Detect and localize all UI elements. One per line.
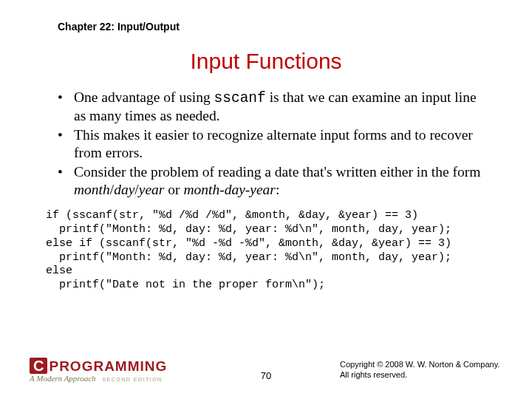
text-run: A Modern Approach [30, 374, 96, 383]
bullet-item: • One advantage of using sscanf is that … [58, 89, 488, 126]
copyright: Copyright © 2008 W. W. Norton & Company.… [340, 360, 502, 381]
italic-run: day [225, 182, 245, 197]
bullet-dot: • [58, 89, 74, 126]
code-line: else [46, 265, 72, 277]
italic-run: year [139, 182, 165, 197]
text-run: One advantage of using [74, 89, 214, 105]
logo-c-badge: C [30, 358, 47, 374]
bullet-text: This makes it easier to recognize altern… [74, 126, 488, 163]
footer: C PROGRAMMING A Modern Approach SECOND E… [30, 358, 502, 383]
logo-subtitle: A Modern Approach SECOND EDITION [30, 375, 167, 383]
italic-run: year [250, 182, 276, 197]
bullet-item: • Consider the problem of reading a date… [58, 163, 488, 200]
bullet-item: • This makes it easier to recognize alte… [58, 126, 488, 163]
bullet-text: Consider the problem of reading a date t… [74, 163, 488, 200]
slide: Chapter 22: Input/Output Input Functions… [0, 0, 532, 399]
code-line: printf("Month: %d, day: %d, year: %d\n",… [46, 251, 451, 264]
copyright-line: All rights reserved. [340, 370, 502, 381]
text-run: or [164, 182, 183, 197]
logo-top: C PROGRAMMING [30, 358, 167, 374]
text-run: Consider the problem of reading a date t… [74, 164, 480, 180]
text-run: : [276, 182, 279, 197]
copyright-line: Copyright © 2008 W. W. Norton & Company. [340, 360, 502, 370]
code-line: if (sscanf(str, "%d /%d /%d", &month, &d… [46, 209, 418, 222]
logo-word: PROGRAMMING [49, 359, 167, 373]
code-line: printf("Date not in the proper form\n"); [46, 279, 325, 291]
logo-edition: SECOND EDITION [102, 377, 162, 382]
page-number: 70 [261, 370, 271, 381]
code-line: printf("Month: %d, day: %d, year: %d\n",… [46, 223, 451, 236]
italic-run: month [183, 182, 219, 197]
code-run: sscanf [214, 90, 266, 106]
text-run: This makes it easier to recognize altern… [74, 127, 473, 160]
chapter-label: Chapter 22: Input/Output [58, 21, 502, 33]
italic-run: day [114, 182, 134, 197]
bullet-dot: • [58, 163, 74, 200]
book-logo: C PROGRAMMING A Modern Approach SECOND E… [30, 358, 167, 383]
bullet-list: • One advantage of using sscanf is that … [58, 89, 488, 199]
code-block: if (sscanf(str, "%d /%d /%d", &month, &d… [46, 209, 502, 293]
slide-title: Input Functions [30, 49, 502, 74]
bullet-dot: • [58, 126, 74, 163]
bullet-text: One advantage of using sscanf is that we… [74, 89, 488, 126]
code-line: else if (sscanf(str, "%d -%d -%d", &mont… [46, 237, 451, 250]
italic-run: month [74, 182, 110, 197]
